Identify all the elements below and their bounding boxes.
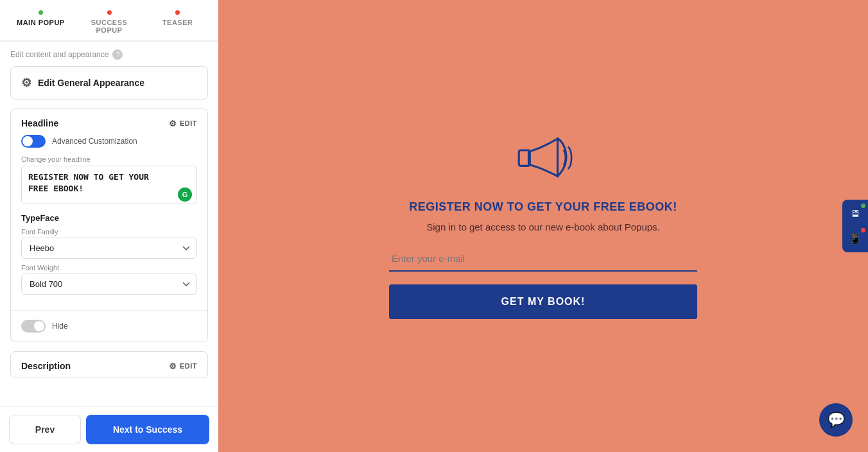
- desktop-icon: 🖥: [850, 208, 860, 220]
- popup-headline: REGISTER NOW TO GET YOUR FREE EBOOK!: [389, 200, 697, 214]
- headline-body: Advanced Customization Change your headl…: [11, 135, 207, 310]
- tab-main-label: MAIN POPUP: [17, 19, 65, 26]
- font-weight-group: Font Weight Regular 400 Medium 500 Bold …: [21, 264, 197, 295]
- general-appearance-card[interactable]: ⚙ Edit General Appearance: [10, 66, 208, 100]
- tab-teaser[interactable]: TEASER: [143, 0, 212, 40]
- chat-icon: 💬: [828, 412, 845, 428]
- bottom-nav: Prev Next to Success: [0, 406, 218, 452]
- headline-edit-btn[interactable]: ⚙ EDIT: [169, 119, 197, 128]
- advanced-customization-label: Advanced Customization: [52, 137, 137, 146]
- tab-bar: MAIN POPUP SUCCESS POPUP TEASER: [0, 0, 218, 42]
- hide-label: Hide: [52, 322, 68, 331]
- headline-edit-label: EDIT: [180, 119, 197, 127]
- device-switcher: 🖥 📱: [842, 200, 868, 252]
- tab-success-popup[interactable]: SUCCESS POPUP: [75, 0, 144, 40]
- tab-dot-main: [39, 10, 43, 15]
- mobile-active-dot: [861, 228, 865, 232]
- chat-widget[interactable]: 💬: [819, 403, 853, 437]
- popup-cta-button[interactable]: GET MY BOOK!: [389, 284, 697, 319]
- mobile-icon: 📱: [849, 232, 862, 245]
- headline-input[interactable]: REGISTER NOW TO GET YOUR FREE EBOOK!: [21, 166, 197, 204]
- description-header: Description ⚙ EDIT: [11, 352, 207, 378]
- typeface-label: TypeFace: [21, 213, 197, 223]
- popup-email-input[interactable]: [389, 247, 697, 272]
- tab-main-popup[interactable]: MAIN POPUP: [6, 0, 75, 40]
- mobile-device-btn[interactable]: 📱: [846, 229, 864, 247]
- general-appearance-label: Edit General Appearance: [38, 78, 144, 88]
- description-edit-label: EDIT: [180, 362, 197, 370]
- prev-button[interactable]: Prev: [9, 415, 81, 444]
- font-weight-label: Font Weight: [21, 264, 197, 272]
- advanced-customization-row: Advanced Customization: [21, 135, 197, 148]
- advanced-customization-toggle[interactable]: [21, 135, 46, 148]
- toggle-knob: [22, 136, 33, 146]
- font-family-label: Font Family: [21, 228, 197, 236]
- description-edit-btn[interactable]: ⚙ EDIT: [169, 361, 197, 371]
- font-family-select[interactable]: Heebo Arial Georgia Roboto: [21, 238, 197, 259]
- headline-input-wrapper: REGISTER NOW TO GET YOUR FREE EBOOK! G: [21, 166, 197, 207]
- edit-content-label: Edit content and appearance ?: [10, 49, 208, 60]
- grammarly-icon: G: [178, 187, 192, 202]
- description-section: Description ⚙ EDIT: [10, 351, 208, 378]
- popup-card: REGISTER NOW TO GET YOUR FREE EBOOK! Sig…: [363, 108, 723, 345]
- megaphone-icon: [389, 127, 697, 187]
- help-icon[interactable]: ?: [112, 49, 123, 60]
- headline-section: Headline ⚙ EDIT Advanced Customization C…: [10, 109, 208, 342]
- tab-teaser-label: TEASER: [162, 19, 193, 26]
- desktop-active-dot: [861, 204, 865, 208]
- next-to-success-button[interactable]: Next to Success: [86, 415, 209, 444]
- right-preview: 🖥 📱 REGISTER NOW TO GET YOUR FREE EBOO: [218, 0, 868, 452]
- headline-header: Headline ⚙ EDIT: [11, 109, 207, 135]
- edit-content-text: Edit content and appearance: [10, 50, 108, 59]
- change-headline-group: Change your headline REGISTER NOW TO GET…: [21, 155, 197, 207]
- tab-success-label: SUCCESS POPUP: [91, 19, 128, 34]
- headline-title: Headline: [21, 118, 58, 128]
- headline-gear-icon: ⚙: [169, 119, 177, 128]
- hide-row: Hide: [11, 310, 207, 342]
- panel-content: Edit content and appearance ? ⚙ Edit Gen…: [0, 42, 218, 406]
- popup-desc: Sign in to get access to our new e-book …: [389, 222, 697, 232]
- description-gear-icon: ⚙: [169, 361, 177, 371]
- desktop-device-btn[interactable]: 🖥: [846, 205, 864, 223]
- gear-icon: ⚙: [21, 76, 31, 90]
- font-weight-select[interactable]: Regular 400 Medium 500 Bold 700 ExtraBol…: [21, 274, 197, 295]
- description-title: Description: [21, 361, 71, 371]
- font-family-group: Font Family Heebo Arial Georgia Roboto: [21, 228, 197, 259]
- hide-toggle-knob: [34, 321, 44, 331]
- change-headline-label: Change your headline: [21, 155, 197, 163]
- hide-toggle[interactable]: [21, 320, 46, 333]
- left-panel: MAIN POPUP SUCCESS POPUP TEASER Edit con…: [0, 0, 218, 452]
- tab-dot-teaser: [175, 10, 180, 15]
- tab-dot-success: [107, 10, 112, 15]
